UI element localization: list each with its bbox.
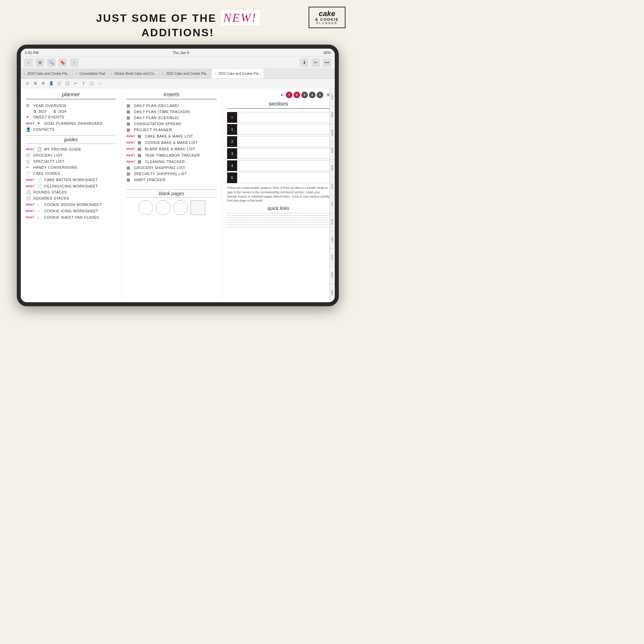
pdf-icon-5[interactable]: 🛒 xyxy=(56,80,62,87)
item-daily-flexible-label: DAILY PLAN (FLEXIBLE) xyxy=(134,116,179,120)
tab-2[interactable]: × Consultation Pad xyxy=(73,69,108,78)
planner-column: planner 🗓 YEAR OVERVIEW 🗓 2023 🗓 2024 xyxy=(21,88,121,302)
month-oct[interactable]: OCT xyxy=(329,249,335,267)
pdf-icon-6[interactable]: 📋 xyxy=(64,80,70,87)
pdf-toolbar: ⊙ ⊞ ⚙ 👤 🛒 📋 ✂ T ⬜ ○ xyxy=(21,79,335,88)
pdf-icon-8[interactable]: T xyxy=(80,80,87,87)
dot-1[interactable]: 1 xyxy=(286,92,292,98)
pdf-icon-2[interactable]: ⊞ xyxy=(32,80,38,87)
tab-5-active[interactable]: × 2020 Cake and Cookie Pla... xyxy=(212,69,264,78)
tab-5-label: 2020 Cake and Cookie Pla... xyxy=(218,72,261,75)
tab-1-close[interactable]: × xyxy=(23,72,25,75)
month-mar[interactable]: MAR xyxy=(329,124,335,142)
item-rounds[interactable]: ⬜ ROUNDS STACKS xyxy=(26,189,116,195)
item-blank-bake-make[interactable]: new! ▦ BLANK BAKE & MAKE LIST xyxy=(126,146,217,152)
item-daily-declare[interactable]: ▦ DAILY PLAN (DECLARE) xyxy=(126,103,217,109)
dot-5[interactable]: 5 xyxy=(317,92,323,98)
month-may[interactable]: MAY xyxy=(329,160,335,177)
grid-button[interactable]: ⊞ xyxy=(36,58,44,67)
item-filling-icing[interactable]: new! 📄 FILLING/ICING WORKSHEET xyxy=(26,183,116,189)
back-button[interactable]: ‹ xyxy=(24,58,33,67)
tab-2-close[interactable]: × xyxy=(76,72,77,75)
item-cookie-bake-make[interactable]: new! ▦ COOKIE BAKE & MAKE LIST xyxy=(126,139,217,146)
month-aug[interactable]: AUG xyxy=(329,213,335,231)
specialty-shopping-icon: ▦ xyxy=(126,171,132,176)
section-row-2: 2 xyxy=(227,136,330,147)
item-year-overview[interactable]: 🗓 YEAR OVERVIEW xyxy=(26,103,116,109)
item-habit[interactable]: ▦ HABIT TRACKER xyxy=(126,177,217,183)
rounds-icon: ⬜ xyxy=(26,190,31,195)
month-dec[interactable]: DEC xyxy=(329,284,335,302)
tab-3[interactable]: × Sticker Book Cake and Co... xyxy=(108,69,160,78)
item-daily-time[interactable]: ▦ DAILY PLAN (TIME TRACKER) xyxy=(126,109,217,115)
dot-3[interactable]: 3 xyxy=(301,92,308,98)
item-daily-flexible[interactable]: ▦ DAILY PLAN (FLEXIBLE) xyxy=(126,115,217,121)
item-grocery[interactable]: 🛒 GROCERY LIST xyxy=(26,152,116,158)
cookie-bake-icon: ▦ xyxy=(138,140,143,145)
section-label-4: 4 xyxy=(227,160,237,171)
item-conversions[interactable]: ✂ HANDY CONVERSIONS xyxy=(26,164,116,170)
pencil-button[interactable]: ✏ xyxy=(311,58,320,67)
pdf-icon-7[interactable]: ✂ xyxy=(72,80,78,87)
section-input-1[interactable] xyxy=(237,124,330,135)
item-cookie-dough[interactable]: new! ○ COOKIE DOUGH WORKSHEET xyxy=(26,201,116,208)
cookie-dough-icon: ○ xyxy=(37,202,42,207)
year-2023[interactable]: 🗓 2023 xyxy=(33,109,46,113)
item-cleaning[interactable]: new! ▦ CLEANING TRACKER xyxy=(126,158,217,165)
year-2024[interactable]: 🗓 2024 xyxy=(53,109,66,113)
blank-circle-2 xyxy=(156,200,170,215)
daily-declare-icon: ▦ xyxy=(126,103,132,108)
grocery-icon: 🛒 xyxy=(26,153,31,158)
item-cookie-sheet[interactable]: new! ○ COOKIE SHEET PAN GUIDES xyxy=(26,214,116,220)
item-pricing-guide[interactable]: new! 📋 MY PRICING GUIDE xyxy=(26,146,116,152)
section-input-4[interactable] xyxy=(237,160,330,171)
item-cookie-icing[interactable]: new! ○ COOKIE ICING WORKSHEET xyxy=(26,208,116,214)
month-apr[interactable]: APR xyxy=(329,142,335,160)
section-row-3: 3 xyxy=(227,148,330,159)
section-input-5[interactable] xyxy=(237,172,330,183)
item-consultation[interactable]: ▦ CONSULTATION SPREAD xyxy=(126,121,217,127)
bookmark-button[interactable]: 🔖 xyxy=(58,58,67,67)
section-input-heart[interactable] xyxy=(237,112,330,123)
month-jul[interactable]: JUL xyxy=(329,195,335,213)
item-squares[interactable]: ⬜ SQUARES STACKS xyxy=(26,195,116,201)
item-sweet-events[interactable]: ✦ SWEET EVENTS xyxy=(26,114,116,120)
dot-2[interactable]: 2 xyxy=(293,92,300,98)
item-specialty[interactable]: 🛒 SPECIALTY LIST xyxy=(26,158,116,164)
section-input-3[interactable] xyxy=(237,148,330,159)
new-badge-cookie-sheet: new! xyxy=(26,215,35,220)
pdf-icon-4[interactable]: 👤 xyxy=(48,80,54,87)
dot-4[interactable]: 4 xyxy=(309,92,316,98)
pdf-icon-9[interactable]: ⬜ xyxy=(89,80,95,87)
item-year-overview-label: YEAR OVERVIEW xyxy=(33,104,66,108)
month-jun[interactable]: JUN xyxy=(329,177,335,195)
calendar-icon: 🗓 xyxy=(26,103,31,108)
item-contacts[interactable]: 👤 CONTACTS xyxy=(26,126,116,132)
item-project[interactable]: ▦ PROJECT PLANNER xyxy=(126,127,217,133)
item-goal-planning[interactable]: new! ✦ GOAL PLANNING DASHBOARD xyxy=(26,120,116,126)
item-cake-batter[interactable]: new! 📄 CAKE BATTER WORKSHEET xyxy=(26,176,116,183)
month-feb[interactable]: FEB xyxy=(329,106,335,124)
search-button[interactable]: 🔍 xyxy=(47,58,56,67)
tab-5-close[interactable]: × xyxy=(214,72,216,75)
item-cake-guides[interactable]: 📄 CAKE GUIDES xyxy=(26,170,116,176)
pdf-icon-1[interactable]: ⊙ xyxy=(24,80,30,87)
section-input-2[interactable] xyxy=(237,136,330,147)
tab-1[interactable]: × 2020 Cake and Cookie Pla... xyxy=(21,69,73,78)
month-nov[interactable]: NOV xyxy=(329,267,335,284)
pdf-icon-3[interactable]: ⚙ xyxy=(40,80,46,87)
item-task-time[interactable]: new! ▦ TASK TIME/LABOR TRACKER xyxy=(126,152,217,158)
month-jan[interactable]: JAN xyxy=(329,88,335,106)
share-button[interactable]: ↑ xyxy=(70,58,78,67)
month-sep[interactable]: SEP xyxy=(329,231,335,249)
tab-4[interactable]: × 2020 Cake and Cookie Pla... xyxy=(160,69,212,78)
item-grocery-shopping[interactable]: ▦ GROCERY SHOPPING LIST xyxy=(126,165,217,171)
pdf-icon-10[interactable]: ○ xyxy=(97,80,103,87)
download-button[interactable]: ⬇ xyxy=(300,58,309,67)
tab-4-close[interactable]: × xyxy=(162,72,164,75)
item-cake-bake-make[interactable]: new! ▦ CAKE BAKE & MAKE LIST xyxy=(126,133,217,139)
item-specialty-shopping[interactable]: ▦ SPECIALTY SHOPPING LIST xyxy=(126,171,217,177)
tab-3-close[interactable]: × xyxy=(111,72,112,75)
more-button[interactable]: ••• xyxy=(323,58,331,67)
item-goal-planning-label: GOAL PLANNING DASHBOARD xyxy=(44,121,103,125)
